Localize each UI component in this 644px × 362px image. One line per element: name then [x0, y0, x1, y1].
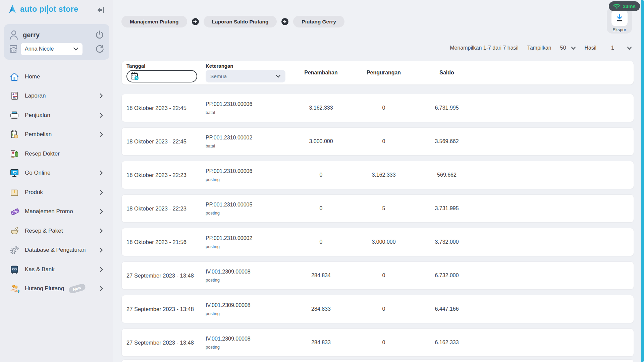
table-row: 18 Oktober 2023 - 22:23 PP.001.2310.0000… [121, 194, 634, 223]
username: gerry [23, 31, 40, 39]
row-penambahan: 0 [287, 161, 355, 189]
breadcrumb-item-manajemen-piutang[interactable]: Manajemen Piutang [121, 16, 187, 27]
page-size-select[interactable]: 50 [560, 45, 576, 51]
mortar-icon [9, 226, 21, 236]
sidebar-menu: Home Laporan [0, 67, 113, 298]
row-tanggal: 18 Oktober 2023 - 21:56 [126, 228, 186, 256]
sidebar-item-database-pengaturan[interactable]: Database & Pengaturan [0, 241, 113, 260]
column-header-saldo: Saldo [413, 61, 480, 84]
row-document-code: PP.001.2310.00006 [206, 168, 252, 174]
page-label: Hasil [585, 45, 597, 51]
export-button[interactable]: Ekspor [607, 8, 632, 34]
calendar-clock-icon [130, 72, 139, 81]
sidebar-item-kas-bank[interactable]: Kas & Bank [0, 260, 113, 279]
chevron-right-icon [99, 170, 103, 176]
chevron-down-icon [73, 47, 78, 51]
row-penambahan: 284.833 [287, 295, 355, 323]
chevron-right-icon [99, 189, 103, 195]
hand-coins-icon [9, 284, 21, 294]
logout-power-icon[interactable] [95, 30, 105, 40]
product-box-icon [9, 187, 21, 197]
row-pengurangan: 0 [350, 128, 417, 155]
row-saldo: 6.447.166 [413, 295, 480, 323]
refresh-icon[interactable] [95, 44, 105, 54]
sidebar: auto piot store gerry [0, 0, 113, 362]
chevron-right-icon [99, 208, 103, 215]
breadcrumb-item-piutang-gerry[interactable]: Piutang Gerry [293, 16, 344, 27]
sidebar-item-pembelian[interactable]: Pembelian [0, 125, 113, 144]
keterangan-filter-label: Keterangan [206, 63, 285, 69]
store-select[interactable]: Anna Nicole [21, 43, 83, 55]
app-logo: auto piot store [7, 4, 78, 14]
row-status: posting [206, 210, 252, 216]
chevron-right-icon [99, 93, 103, 99]
breadcrumb-item-laporan-saldo-piutang[interactable]: Laporan Saldo Piutang [204, 16, 277, 27]
sidebar-item-hutang-piutang[interactable]: Hutang Piutang New [0, 279, 113, 299]
row-saldo: 569.662 [413, 161, 480, 189]
download-icon [615, 13, 624, 23]
sidebar-item-penjualan[interactable]: Penjualan [0, 106, 113, 125]
arrow-right-circle-icon [281, 18, 289, 25]
row-saldo: 3.732.000 [413, 228, 480, 256]
cash-register-icon [9, 110, 21, 120]
table-row: 27 September 2023 - 13:48 IV.001.2309.00… [121, 328, 634, 357]
sidebar-item-laporan[interactable]: Laporan [0, 86, 113, 106]
safe-icon [9, 264, 21, 275]
sidebar-item-home[interactable]: Home [0, 67, 113, 86]
row-tanggal: 27 September 2023 - 13:48 [126, 262, 194, 289]
row-pengurangan: 5 [350, 195, 417, 222]
tanggal-filter-label: Tanggal [126, 63, 197, 69]
table-row: 18 Oktober 2023 - 22:23 PP.001.2310.0000… [121, 161, 634, 189]
row-status: batal [206, 110, 252, 115]
row-tanggal: 18 Oktober 2023 - 22:23 [126, 161, 186, 189]
row-document-code: PP.001.2310.00006 [206, 101, 252, 107]
store-select-value: Anna Nicole [25, 46, 73, 52]
report-icon [9, 91, 21, 101]
chevron-right-icon [99, 112, 103, 118]
row-status: posting [206, 345, 251, 350]
keterangan-filter-select[interactable]: Semua [206, 70, 285, 82]
page-select[interactable]: 1 [611, 45, 632, 51]
sidebar-item-go-online[interactable]: Go Online [0, 164, 113, 183]
promo-tag-icon [9, 206, 21, 217]
row-penambahan: 3.000.000 [287, 128, 355, 155]
row-status: batal [206, 143, 252, 148]
paper-plane-logo-icon [7, 4, 17, 14]
sidebar-item-produk[interactable]: Produk [0, 183, 113, 202]
gears-icon [9, 245, 21, 255]
row-tanggal: 18 Oktober 2023 - 22:23 [126, 195, 186, 222]
scrollbar[interactable] [641, 0, 644, 362]
row-document-code: IV.001.2309.00008 [206, 336, 251, 342]
page-size-label: Tampilkan [527, 45, 551, 51]
row-penambahan: 284.833 [287, 329, 355, 356]
row-saldo: 3.731.995 [413, 195, 480, 222]
brand-name: auto piot store [20, 5, 78, 14]
arrow-right-circle-icon [192, 18, 199, 25]
sidebar-item-resep-dokter[interactable]: Resep Dokter [0, 144, 113, 164]
sidebar-item-resep-paket[interactable]: Resep & Paket [0, 221, 113, 241]
latency-value: 23ms [623, 3, 636, 9]
column-header-pengurangan: Pengurangan [350, 61, 417, 84]
sidebar-collapse-icon[interactable] [95, 5, 105, 15]
purchase-notepad-icon [9, 129, 21, 139]
row-document-code: PP.001.2310.00005 [206, 202, 252, 208]
latency-badge: 23ms [609, 1, 640, 11]
row-keterangan: IV.001.2309.00008 posting [206, 269, 251, 283]
date-filter-input[interactable] [126, 70, 197, 82]
row-pengurangan: 0 [350, 262, 417, 289]
row-pengurangan: 0 [350, 295, 417, 323]
results-bar: Menampilkan 1-7 dari 7 hasil Tampilkan 5… [450, 43, 632, 53]
row-tanggal: 27 September 2023 - 13:48 [126, 295, 194, 323]
row-pengurangan: 0 [350, 329, 417, 356]
row-keterangan: PP.001.2310.00002 posting [206, 235, 252, 249]
row-keterangan: PP.001.2310.00002 batal [206, 135, 252, 148]
wifi-icon [613, 3, 621, 9]
chevron-right-icon [99, 228, 103, 234]
sidebar-item-manajemen-promo[interactable]: Manajemen Promo [0, 202, 113, 222]
chevron-right-icon [99, 286, 103, 292]
row-pengurangan: 3.000.000 [350, 228, 417, 256]
keterangan-filter-value: Semua [210, 73, 276, 79]
row-tanggal: 18 Oktober 2023 - 22:45 [126, 94, 186, 122]
row-status: posting [206, 177, 252, 182]
new-badge: New [68, 283, 86, 294]
